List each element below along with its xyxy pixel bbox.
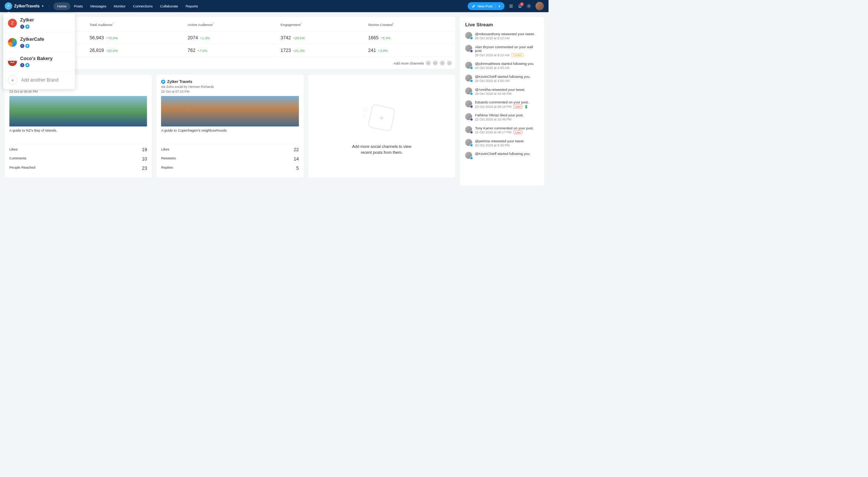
instagram-icon[interactable]: ◎ (447, 60, 452, 66)
stream-item[interactable]: Eduardo commented on your post.23 Oct 20… (465, 100, 539, 108)
stream-item[interactable]: @Amritha retweeted your tweet.23 Oct 201… (465, 87, 539, 96)
main-content: Total Audience? Active Audience? Engagem… (0, 12, 549, 190)
facebook-badge-icon (470, 118, 473, 121)
twitter-badge-icon (470, 92, 473, 95)
brand-item-cocosbakery[interactable]: Coco's Bakery f (3, 52, 75, 71)
lead-tag: Lead (513, 105, 522, 109)
twitter-icon (25, 24, 29, 29)
stream-item[interactable]: Alan Bryson commented on your wall post2… (465, 45, 539, 57)
brand-item-zylkercafe[interactable]: ZylkerCafe f (3, 33, 75, 52)
metric-label: Likes (161, 147, 169, 153)
stream-date: 23 Oct 2018 at 08:18 PMLead💲 (475, 105, 539, 109)
add-brand-button[interactable]: + Add another Brand (3, 71, 75, 89)
lead-money-icon: 💲 (524, 105, 528, 109)
nav-collaborate[interactable]: Collaborate (156, 2, 182, 10)
stat-pct: +28.6% (293, 36, 305, 40)
google-icon[interactable]: G (440, 60, 445, 66)
nav-posts[interactable]: Posts (70, 2, 86, 10)
stat-pct: +21.3% (293, 49, 305, 53)
twitter-badge-icon (470, 79, 473, 83)
stream-item[interactable]: @KevinChieff started following you. (465, 152, 539, 159)
add-channels-label: Add more channels (394, 61, 424, 65)
stream-item[interactable]: @mikesanthony retweeted your tweet.25 Oc… (465, 32, 539, 40)
new-post-button[interactable]: New Post ▾ (468, 2, 504, 10)
stats-header: Active Audience (188, 22, 213, 26)
post-date: 22 Oct at 07:15 PM (161, 89, 299, 93)
help-icon[interactable]: ? (112, 22, 114, 25)
add-channel-illustration: ◌○ + (358, 97, 405, 139)
brand-logo-icon (5, 2, 12, 10)
post-caption: A guide to NZ's Bay of Islands. (9, 128, 147, 132)
empty-post-card[interactable]: ◌○ + Add more social channels to view re… (308, 75, 455, 177)
stream-message: @KevinChieff started following you. (475, 74, 539, 79)
stream-date: 25 Oct 2018 at 9:10 AMContact (475, 53, 539, 57)
help-icon[interactable]: ? (392, 22, 394, 25)
svg-point-0 (6, 3, 11, 9)
post-metrics: Likes22 Retweets14 Replies5 (161, 144, 299, 173)
metric-label: Likes (9, 147, 17, 153)
nav-home[interactable]: Home (53, 2, 70, 10)
stat-value: 26,819 (89, 48, 104, 53)
brand-avatar-zylkercafe (8, 38, 17, 47)
twitter-badge-icon (470, 143, 473, 147)
stream-item[interactable]: Tony Karrer commented on your post.21 Oc… (465, 126, 539, 134)
empty-post-text: Add more social channels to view recent … (352, 143, 411, 155)
nav-connections[interactable]: Connections (129, 2, 157, 10)
post-image (9, 96, 147, 126)
stats-header: Stories Created (368, 22, 392, 26)
topbar-right: New Post ▾ 2 (468, 2, 544, 10)
stream-item[interactable]: @johnmatthews started following you.24 O… (465, 62, 539, 70)
post-brand: Zylker Travels (167, 80, 192, 84)
brand-item-zylker[interactable]: Z Zylker f (3, 14, 75, 33)
stream-item[interactable]: @petricia retweeted your tweet.20 Oct 20… (465, 139, 539, 147)
metric-label: Retweets (161, 156, 176, 162)
stat-value: 1723 (280, 48, 291, 53)
svg-point-4 (11, 61, 13, 62)
stream-message: Eduardo commented on your post. (475, 100, 539, 104)
stream-date: 21 Oct 2018 at 06:17 PMLead (475, 130, 539, 134)
stat-value: 241 (368, 48, 376, 53)
stream-date: 24 Oct 2018 at 4:00 AM (475, 79, 539, 83)
stat-value: 1665 (368, 35, 378, 40)
stream-message: @petricia retweeted your tweet. (475, 139, 539, 143)
nav-messages[interactable]: Messages (86, 2, 110, 10)
add-brand-label: Add another Brand (21, 77, 59, 83)
twitter-badge-icon (470, 66, 473, 70)
nav-reports[interactable]: Reports (182, 2, 201, 10)
stream-item[interactable]: @KevinChieff started following you.24 Oc… (465, 74, 539, 83)
gear-icon[interactable] (526, 4, 531, 9)
stream-date: 23 Oct 2018 at 10:46 PM (475, 92, 539, 96)
metric-value: 22 (294, 147, 299, 153)
plus-icon: + (8, 76, 17, 85)
twitter-icon (25, 63, 29, 67)
stream-avatar (465, 113, 472, 120)
brand-avatar-zylker: Z (8, 19, 17, 27)
brand-switcher[interactable]: ZylkerTravels ▼ (5, 2, 44, 10)
twitter-icon (25, 44, 29, 48)
stream-avatar (465, 74, 472, 82)
metric-label: Comments (9, 156, 26, 162)
nav-monitor[interactable]: Monitor (110, 2, 129, 10)
googleplus-icon[interactable]: G+ (433, 60, 438, 66)
plus-icon: + (368, 104, 396, 132)
help-icon[interactable]: ? (300, 22, 302, 25)
stream-avatar (465, 100, 472, 107)
live-stream-title: Live Stream (465, 22, 539, 27)
pencil-icon (472, 4, 476, 8)
bell-icon[interactable]: 2 (517, 4, 522, 9)
new-post-label: New Post (477, 4, 493, 8)
chevron-down-icon: ▼ (42, 5, 44, 8)
help-icon[interactable]: ? (213, 22, 214, 25)
stream-list: @mikesanthony retweeted your tweet.25 Oc… (465, 32, 539, 159)
stream-message: @johnmatthews started following you. (475, 62, 539, 66)
stream-item[interactable]: Fathima Yilmaz liked your post.22 Oct 20… (465, 113, 539, 121)
user-avatar[interactable] (535, 2, 544, 10)
linkedin-icon[interactable]: in (426, 60, 431, 66)
brand-name: ZylkerTravels (14, 4, 40, 9)
lead-tag: Lead (513, 130, 522, 134)
new-post-caret-icon[interactable]: ▾ (495, 4, 500, 8)
metric-value: 23 (142, 165, 147, 171)
stat-pct: +7.0% (197, 49, 207, 53)
list-icon[interactable] (509, 4, 513, 9)
brand-dropdown: Z Zylker f ZylkerCafe f (3, 14, 75, 89)
